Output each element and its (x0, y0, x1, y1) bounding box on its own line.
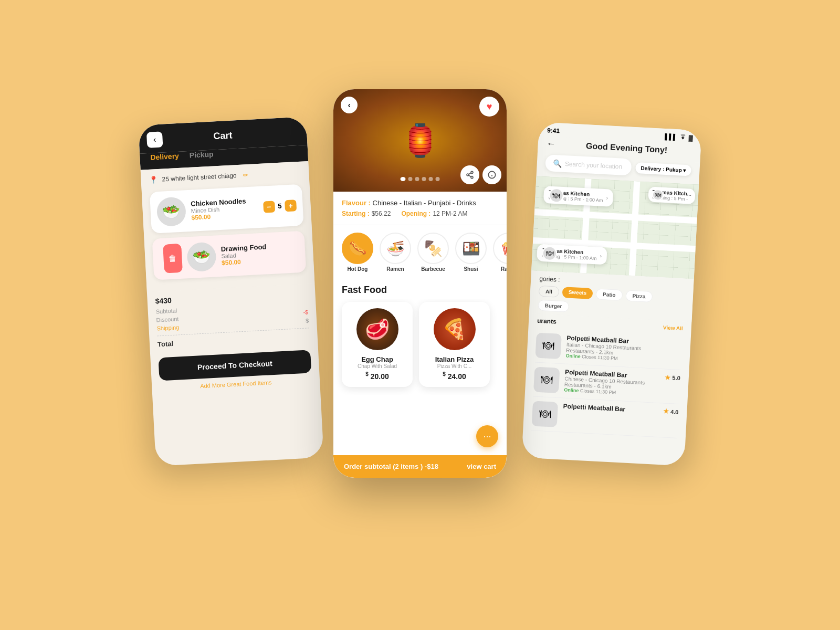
pickup-tab[interactable]: Pickup (189, 150, 214, 159)
food-emoji: 🥗 (192, 248, 212, 266)
cat-pill-burger[interactable]: Burger (538, 300, 569, 312)
back-button[interactable]: ‹ (146, 131, 163, 148)
view-all-link[interactable]: View All (663, 324, 683, 331)
restaurant-rating: ★ 5.0 (665, 374, 680, 382)
cat-ramen[interactable]: 🍜 Ramen (380, 233, 411, 272)
star-icon: ★ (663, 407, 669, 415)
food-cards: 🥩 Egg Chap Chap With Salad $ 20.00 🍕 Ita… (333, 299, 507, 395)
cat-ramen-icon: 🍜 (380, 233, 411, 264)
checkout-button[interactable]: Proceed To Checkout (158, 350, 311, 381)
cart-summary: $430 Subtotal Discount -$ Shipping $ Tot… (147, 284, 320, 397)
egg-chap-emoji: 🥩 (365, 318, 390, 341)
restaurants-label: urants (537, 317, 556, 326)
cat-pill-sweets[interactable]: Sweets (562, 287, 593, 299)
hero-dot (429, 177, 433, 181)
cat-pill-patio[interactable]: Patio (596, 288, 623, 301)
restaurant-image: 🍽 (532, 401, 558, 427)
pizza-card[interactable]: 🍕 Italian Pizza Pizza With C... $ 24.00 (419, 302, 490, 387)
map-pin-thomas-2[interactable]: 🍽 Thomas Kitch... Opening : 5 Pm - (648, 186, 696, 204)
hero-back-button[interactable]: ‹ (341, 97, 358, 113)
view-cart-link[interactable]: view cart (467, 463, 496, 470)
restaurant-image: 🍽 (533, 367, 560, 393)
cat-barbecue[interactable]: 🍢 Barbecue (417, 233, 449, 272)
cat-ramen-label: Ramen (386, 266, 404, 272)
subtotal-value (308, 300, 308, 307)
online-dot: Online (564, 387, 579, 393)
cart-item: 🥗 Chicken Noodles Mince Dish $50.00 − 5 … (150, 184, 304, 234)
food-emoji: 🥗 (162, 203, 181, 221)
total-label: Total (158, 340, 174, 349)
signal-icon: ▌▌▌ (665, 133, 677, 140)
egg-chap-image: 🥩 (356, 308, 398, 350)
shipping-value: $ (306, 317, 309, 323)
cat-ramen2[interactable]: 🍿 Ram... (493, 233, 507, 272)
hero-share-button[interactable] (460, 165, 479, 184)
address-text: 25 white light street chiago (162, 172, 237, 183)
svg-line-4 (469, 173, 471, 174)
cat-pill-all[interactable]: All (539, 286, 560, 298)
egg-chap-card[interactable]: 🥩 Egg Chap Chap With Salad $ 20.00 (342, 302, 413, 387)
map-pin-thomas-3[interactable]: 🍽 Thomas Kitchen Opening : 5 Pm - 1:00 A… (537, 244, 607, 265)
opening-label: Opening : (401, 210, 430, 217)
map-road (534, 209, 697, 224)
rating-value: 4.0 (670, 408, 679, 415)
starting-value: $56.22 (372, 210, 391, 217)
discount-label: Discount (156, 316, 178, 323)
cat-barbecue-label: Barbecue (421, 266, 445, 272)
star-icon: ★ (665, 374, 671, 382)
restaurant-card[interactable]: 🍽 Polpetti Meatball Bar ★ 4.0 (531, 396, 679, 438)
pin-chevron-icon[interactable]: › (606, 195, 608, 201)
cat-sushi[interactable]: 🍱 Shusi (455, 233, 487, 272)
cart-bar[interactable]: Order subtotal (2 items ) -$18 view cart (333, 455, 507, 478)
phones-container: ‹ Cart Delivery Pickup 📍 25 white light … (131, 79, 709, 551)
svg-point-1 (467, 174, 469, 176)
pizza-sub: Pizza With C... (425, 363, 484, 369)
back-arrow-icon[interactable]: ← (546, 138, 556, 150)
pizza-emoji: 🍕 (442, 318, 467, 341)
pizza-name: Italian Pizza (425, 355, 484, 363)
cat-pill-pizza[interactable]: Pizza (625, 290, 653, 302)
cart-phone: ‹ Cart Delivery Pickup 📍 25 white light … (138, 117, 324, 466)
map-pin-row: 🍽 Thomas Kitchen Opening : 5 Pm - 1:00 A… (542, 247, 602, 261)
rating-value: 5.0 (672, 374, 680, 381)
cat-ramen2-icon: 🍿 (493, 233, 507, 264)
edit-icon[interactable]: ✏ (243, 171, 248, 179)
delivery-selector[interactable]: Delivery : Pukup ▾ (635, 162, 691, 176)
plus-button[interactable]: + (285, 200, 297, 212)
map-background: 🍽 Thomas Kitchen Opening : 5 Pm - 1:00 A… (531, 176, 699, 279)
cat-hot-dog[interactable]: 🌭 Hot Dog (342, 233, 373, 272)
cat-sushi-icon: 🍱 (455, 233, 487, 264)
svg-point-0 (471, 171, 473, 173)
address-row: 📍 25 white light street chiago ✏ (149, 168, 301, 184)
egg-chap-price-value: 20.00 (371, 372, 389, 381)
svg-point-2 (471, 176, 473, 178)
delete-button[interactable]: 🗑 (163, 244, 183, 274)
map-pin-thomas-1[interactable]: 🍽 Thomas Kitchen Opening : 5 Pm - 1:00 A… (543, 186, 613, 207)
hero-info-button[interactable] (482, 165, 501, 184)
starting-label: Starting : (342, 210, 370, 217)
item-image: 🥗 (186, 242, 217, 272)
subtotal-label: Subtotal (156, 307, 177, 314)
flavour-value: Chinese - Italian - Punjabi - Drinks (373, 199, 476, 207)
dollar-sign: $ (443, 371, 446, 377)
cart-item-deleted: 🗑 🥗 Drawing Food Salad $50.00 (152, 231, 307, 280)
qty-control: − 5 + (263, 200, 297, 213)
hero-dot (422, 177, 426, 181)
opening-info: Opening : 12 PM-2 AM (401, 210, 467, 217)
status-icons: ▌▌▌ ▓ (665, 133, 693, 141)
cat-barbecue-icon: 🍢 (417, 233, 449, 264)
minus-button[interactable]: − (263, 201, 275, 213)
starting-info: Starting : $56.22 (342, 210, 391, 217)
discount-value: -$ (303, 309, 308, 315)
greeting-title: Good Evening Tony! (561, 140, 692, 156)
egg-chap-name: Egg Chap (348, 355, 406, 363)
battery-icon: ▓ (688, 134, 693, 141)
rest-name: Polpetti Meatball Bar (563, 402, 658, 414)
pizza-price-value: 24.00 (448, 372, 466, 381)
chat-fab-button[interactable]: ··· (476, 425, 498, 447)
hero-dot (408, 177, 413, 181)
item-info: Drawing Food Salad $50.00 (220, 241, 299, 267)
hero-heart-button[interactable]: ♥ (479, 97, 499, 117)
delivery-tab[interactable]: Delivery (150, 152, 179, 162)
pin-chevron-icon[interactable]: › (600, 253, 602, 259)
